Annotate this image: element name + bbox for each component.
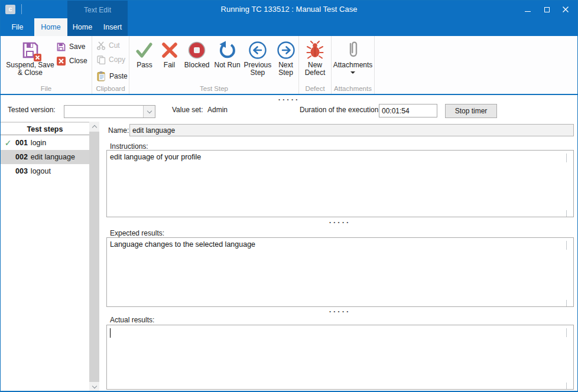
not-run-button[interactable]: Not Run <box>212 36 242 77</box>
textarea-scroll-up[interactable] <box>566 328 571 333</box>
scissors-icon <box>96 41 106 50</box>
expected-splitter-grip[interactable]: ····· <box>329 309 351 314</box>
step-name: logout <box>31 167 51 175</box>
step-passed-check-icon: ✓ <box>1 138 15 148</box>
step-number: 003 <box>15 167 28 175</box>
test-step-row[interactable]: ✓001login <box>1 136 89 150</box>
name-input[interactable] <box>129 124 574 136</box>
textarea-scroll-up[interactable] <box>566 241 571 246</box>
ribbon: Suspend, Save & Close Save <box>1 36 577 95</box>
group-label-defect: Defect <box>299 85 331 92</box>
ribbon-group-clipboard: Cut Copy Paste <box>92 36 129 94</box>
chevron-down-icon <box>92 384 96 388</box>
copy-button[interactable]: Copy <box>96 53 129 67</box>
save-button[interactable]: Save <box>56 40 87 54</box>
chevron-up-icon <box>566 328 567 337</box>
copy-icon <box>96 55 106 64</box>
chevron-up-icon <box>566 153 567 162</box>
duration-input[interactable] <box>379 104 437 117</box>
ribbon-splitter-grip[interactable]: ····· <box>278 97 300 102</box>
scroll-up-button[interactable] <box>89 122 99 132</box>
tested-version-dropdown-button[interactable] <box>143 106 155 117</box>
fail-button[interactable]: Fail <box>157 36 181 77</box>
next-step-icon <box>276 40 296 60</box>
name-label: Name: <box>108 126 129 135</box>
actual-results-textarea[interactable] <box>106 325 574 390</box>
app-icon[interactable]: c <box>5 5 15 14</box>
tested-version-combobox[interactable] <box>64 105 155 118</box>
test-step-row[interactable]: 003logout <box>1 164 89 178</box>
previous-step-label: Previous Step <box>242 61 273 77</box>
blocked-stop-icon <box>187 40 207 60</box>
test-step-row[interactable]: 002edit language <box>1 150 89 164</box>
application-window: c Running TC 133512 : Manual Test Case F… <box>0 0 578 392</box>
step-number: 002 <box>15 153 28 161</box>
save-label: Save <box>69 43 85 51</box>
textarea-scroll-down[interactable] <box>566 210 571 215</box>
pass-button[interactable]: Pass <box>132 36 157 77</box>
expected-results-textarea[interactable]: Language changes to the selected languag… <box>106 237 574 307</box>
maximize-button[interactable] <box>537 1 556 18</box>
textarea-scroll-down[interactable] <box>566 300 571 305</box>
step-name: login <box>31 139 46 147</box>
previous-step-button[interactable]: Previous Step <box>242 36 273 77</box>
contextual-tab-group: Text Edit Home Insert <box>67 1 128 36</box>
close-window-button[interactable] <box>556 1 575 18</box>
paste-button[interactable]: Paste <box>96 69 129 83</box>
instructions-text: edit language of your profile <box>110 153 201 161</box>
value-set-value: Admin <box>207 106 228 114</box>
execution-bar: ····· Tested version: Value set: Admin D… <box>1 96 577 122</box>
chevron-up-icon <box>566 241 567 250</box>
maximize-icon <box>544 7 550 12</box>
attachments-dropdown-icon[interactable] <box>350 71 355 74</box>
paperclip-icon <box>345 40 361 60</box>
stop-timer-button[interactable]: Stop timer <box>445 104 497 118</box>
fail-x-icon <box>160 41 179 60</box>
expected-results-text: Language changes to the selected languag… <box>110 240 255 249</box>
instructions-label: Instructions: <box>110 142 148 151</box>
tested-version-label: Tested version: <box>8 106 56 114</box>
actual-results-label: Actual results: <box>110 316 154 324</box>
pass-check-icon <box>134 41 154 60</box>
text-cursor <box>110 328 111 338</box>
not-run-undo-icon <box>217 40 238 60</box>
qat-separator <box>21 4 22 14</box>
tab-ctx-insert[interactable]: Insert <box>98 18 128 36</box>
chevron-up-icon <box>92 125 96 130</box>
paste-label: Paste <box>109 72 128 80</box>
bug-icon <box>306 41 324 60</box>
tab-ctx-home[interactable]: Home <box>67 18 98 36</box>
attachments-button[interactable]: Attachments <box>332 36 374 74</box>
instructions-textarea[interactable]: edit language of your profile <box>106 150 574 217</box>
next-step-button[interactable]: Next Step <box>273 36 298 77</box>
suspend-save-close-button[interactable]: Suspend, Save & Close <box>4 36 56 77</box>
group-label-file: File <box>1 85 92 92</box>
textarea-scroll-down[interactable] <box>566 383 571 387</box>
close-button[interactable]: Close <box>56 54 87 68</box>
cut-button[interactable]: Cut <box>96 38 129 53</box>
ribbon-group-file: Suspend, Save & Close Save <box>1 36 92 94</box>
new-defect-label: New Defect <box>300 61 330 77</box>
close-badge-icon <box>34 54 41 61</box>
blocked-button[interactable]: Blocked <box>181 36 212 77</box>
tab-home-active[interactable]: Home <box>34 18 67 36</box>
tab-file[interactable]: File <box>1 18 34 36</box>
expected-results-label: Expected results: <box>110 229 164 237</box>
pass-label: Pass <box>137 61 152 69</box>
new-defect-button[interactable]: New Defect <box>300 36 330 77</box>
scroll-down-button[interactable] <box>89 382 99 392</box>
chevron-down-icon <box>566 210 567 217</box>
test-steps-panel: Test steps ✓001login002edit language003l… <box>1 122 99 392</box>
paste-icon <box>96 71 106 81</box>
textarea-scroll-up[interactable] <box>566 153 571 158</box>
ribbon-group-attachments: Attachments Attachments <box>332 36 375 94</box>
test-steps-header: Test steps <box>1 122 89 135</box>
minimize-icon <box>525 11 531 12</box>
close-icon <box>562 6 569 13</box>
window-controls <box>518 1 575 18</box>
minimize-button[interactable] <box>518 1 537 18</box>
next-step-label: Next Step <box>273 61 298 77</box>
test-steps-scrollbar[interactable] <box>89 122 99 392</box>
suspend-save-close-label: Suspend, Save & Close <box>4 61 56 77</box>
instructions-splitter-grip[interactable]: ····· <box>329 220 351 225</box>
